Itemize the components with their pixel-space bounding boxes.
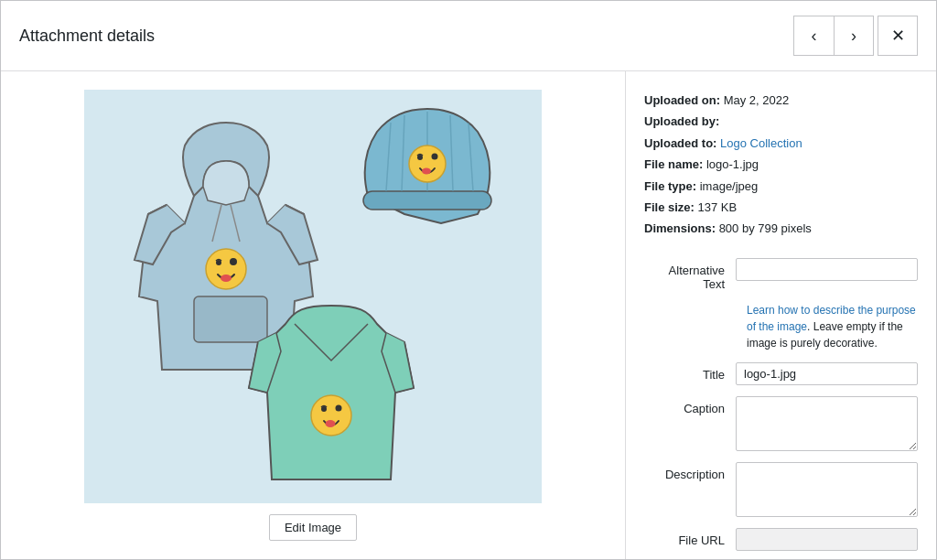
uploaded-by-label: Uploaded by: — [644, 114, 719, 128]
file-size-value: 137 KB — [698, 200, 738, 214]
prev-button[interactable]: ‹ — [793, 16, 834, 56]
file-url-label: File URL — [644, 528, 736, 547]
title-group: Title — [644, 362, 918, 385]
uploaded-on-value: May 2, 2022 — [724, 93, 790, 107]
file-url-group: File URL — [644, 528, 918, 551]
alt-text-label: Alternative Text — [644, 258, 736, 291]
description-input[interactable] — [736, 462, 918, 517]
svg-point-20 — [326, 420, 336, 427]
uploaded-on-row: Uploaded on: May 2, 2022 — [644, 90, 918, 111]
description-group: Description — [644, 462, 918, 517]
file-type-label: File type: — [644, 179, 696, 193]
meta-info: Uploaded on: May 2, 2022 Uploaded by: Up… — [644, 90, 918, 240]
uploaded-to-link[interactable]: Logo Collection — [720, 136, 802, 150]
dimensions-label: Dimensions: — [644, 221, 716, 235]
edit-image-button[interactable]: Edit Image — [269, 514, 357, 541]
svg-point-16 — [422, 168, 431, 175]
caption-label: Caption — [644, 396, 736, 415]
details-panel: Uploaded on: May 2, 2022 Uploaded by: Up… — [625, 71, 936, 559]
svg-point-13 — [409, 145, 446, 182]
clothing-illustration — [112, 95, 514, 498]
svg-point-17 — [311, 395, 351, 436]
uploaded-to-row: Uploaded to: Logo Collection — [644, 133, 918, 154]
modal-title: Attachment details — [19, 27, 155, 46]
modal-body: Edit Image Uploaded on: May 2, 2022 Uplo… — [1, 71, 936, 559]
alt-text-input[interactable] — [736, 258, 918, 281]
svg-point-6 — [221, 275, 232, 282]
close-button[interactable]: ✕ — [878, 16, 918, 56]
svg-point-3 — [206, 249, 246, 289]
next-button[interactable]: › — [834, 16, 874, 56]
uploaded-to-label: Uploaded to: — [644, 136, 716, 150]
file-name-row: File name: logo-1.jpg — [644, 154, 918, 175]
svg-point-19 — [336, 405, 342, 412]
file-name-label: File name: — [644, 157, 703, 171]
image-panel: Edit Image — [1, 71, 625, 559]
modal-header: Attachment details ‹ › ✕ — [1, 1, 936, 71]
file-type-value: image/jpeg — [700, 179, 759, 193]
image-container — [84, 90, 542, 503]
alt-text-group: Alternative Text — [644, 258, 918, 291]
file-size-row: File size: 137 KB — [644, 197, 918, 218]
file-type-row: File type: image/jpeg — [644, 176, 918, 197]
file-url-input[interactable] — [736, 528, 918, 551]
title-label: Title — [644, 362, 736, 382]
caption-input[interactable] — [736, 396, 918, 451]
description-label: Description — [644, 462, 736, 481]
header-navigation: ‹ › ✕ — [793, 16, 918, 56]
attachment-details-modal: Attachment details ‹ › ✕ — [0, 0, 937, 560]
uploaded-by-row: Uploaded by: — [644, 111, 918, 132]
caption-group: Caption — [644, 396, 918, 451]
svg-rect-2 — [194, 296, 267, 342]
uploaded-on-label: Uploaded on: — [644, 93, 720, 107]
dimensions-value: 800 by 799 pixels — [719, 221, 812, 235]
svg-point-15 — [432, 154, 438, 160]
svg-rect-7 — [363, 191, 491, 210]
alt-text-help: Learn how to describe the purpose of the… — [747, 302, 918, 351]
dimensions-row: Dimensions: 800 by 799 pixels — [644, 218, 918, 239]
title-input[interactable] — [736, 362, 918, 385]
file-name-value: logo-1.jpg — [706, 157, 759, 171]
svg-point-5 — [230, 258, 237, 265]
file-size-label: File size: — [644, 200, 695, 214]
